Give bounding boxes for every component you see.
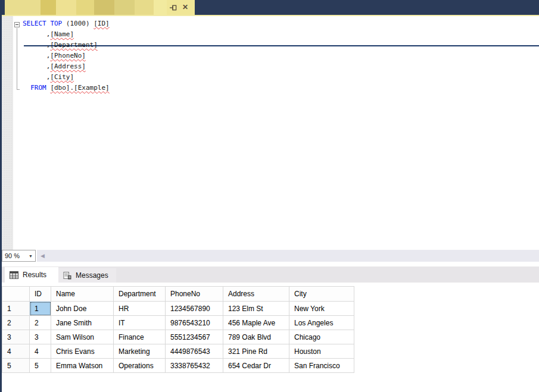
editor-horizontal-scrollbar[interactable]: ◀ xyxy=(37,250,539,262)
grid-cell[interactable]: Marketing xyxy=(114,344,166,359)
grid-col-header[interactable]: Name xyxy=(51,287,114,302)
redaction-block xyxy=(56,0,76,15)
redaction-block xyxy=(5,0,40,15)
grid-cell[interactable]: 654 Cedar Dr xyxy=(223,359,289,373)
sql-line: ,[Name] xyxy=(23,29,110,40)
grid-row: 22Jane SmithIT9876543210456 Maple AveLos… xyxy=(2,316,354,330)
grid-cell[interactable]: 2 xyxy=(30,316,51,330)
selected-grid-cell[interactable]: 1 xyxy=(30,302,51,316)
redaction-block xyxy=(40,0,56,15)
grid-cell[interactable]: John Doe xyxy=(51,302,114,316)
grid-cell[interactable]: Houston xyxy=(289,344,354,359)
grid-col-header[interactable]: Address xyxy=(223,287,289,302)
collapse-region-toggle[interactable] xyxy=(14,22,20,27)
collapse-region-line xyxy=(17,28,17,89)
grid-cell[interactable]: Finance xyxy=(114,330,166,344)
grid-header-row: IDNameDepartmentPhoneNoAddressCity xyxy=(2,287,354,302)
sql-code[interactable]: SELECT TOP (1000) [ID] ,[Name] ,[Departm… xyxy=(23,18,110,93)
zoom-level-select[interactable]: 90 % ▼ xyxy=(2,250,36,262)
grid-cell[interactable]: 3 xyxy=(30,330,51,344)
pin-icon[interactable] xyxy=(169,4,177,12)
grid-cell[interactable]: Los Angeles xyxy=(289,316,354,330)
window-left-border xyxy=(0,0,2,392)
sql-line: ,[Department] xyxy=(23,40,110,51)
close-icon[interactable]: ✕ xyxy=(182,0,188,15)
redaction-block xyxy=(114,0,135,15)
grid-row-header[interactable]: 3 xyxy=(2,330,30,344)
grid-cell[interactable]: 789 Oak Blvd xyxy=(223,330,289,344)
document-tab[interactable]: ✕ xyxy=(5,0,195,15)
sql-line: ,[Address] xyxy=(23,61,110,72)
grid-cell[interactable]: 321 Pine Rd xyxy=(223,344,289,359)
grid-cell[interactable]: 4449876543 xyxy=(166,344,223,359)
sql-line: SELECT TOP (1000) [ID] xyxy=(23,18,110,29)
zoom-level-value: 90 % xyxy=(5,252,20,259)
grid-cell[interactable]: San Francisco xyxy=(289,359,354,373)
tab-messages[interactable]: Messages xyxy=(58,268,116,283)
grid-col-header[interactable]: Department xyxy=(114,287,166,302)
grid-cell[interactable]: Jane Smith xyxy=(51,316,114,330)
grid-row: 55Emma WatsonOperations3338765432654 Ced… xyxy=(2,359,354,373)
grid-cell[interactable]: Chicago xyxy=(289,330,354,344)
sql-line: FROM [dbo].[Example] xyxy=(23,83,110,93)
grid-cell[interactable]: 4 xyxy=(30,344,51,359)
grid-cell[interactable]: 123 Elm St xyxy=(223,302,289,316)
grid-cell[interactable]: New York xyxy=(289,302,354,316)
messages-icon xyxy=(63,272,71,280)
sql-line: ,[City] xyxy=(23,72,110,83)
redaction-block xyxy=(154,0,167,15)
active-tab-underline xyxy=(0,15,539,16)
collapse-region-line-foot xyxy=(17,89,20,90)
scroll-left-icon[interactable]: ◀ xyxy=(40,250,45,262)
results-grid: IDNameDepartmentPhoneNoAddressCity 11Joh… xyxy=(2,286,354,373)
grid-cell[interactable]: 1234567890 xyxy=(166,302,223,316)
redaction-block xyxy=(76,0,94,15)
grid-cell[interactable]: Chris Evans xyxy=(51,344,114,359)
grid-cell[interactable]: Sam Wilson xyxy=(51,330,114,344)
ssms-window: ✕ SELECT TOP (1000) [ID] ,[Name] ,[Depar… xyxy=(0,0,539,392)
caret-down-icon: ▼ xyxy=(29,254,33,259)
tab-messages-label: Messages xyxy=(76,271,108,280)
editor-indicator-margin xyxy=(2,16,13,250)
grid-row: 44Chris EvansMarketing4449876543321 Pine… xyxy=(2,344,354,359)
grid-cell[interactable]: 456 Maple Ave xyxy=(223,316,289,330)
sql-line: ,[PhoneNo] xyxy=(23,51,110,61)
grid-cell[interactable]: Operations xyxy=(114,359,166,373)
grid-corner-cell[interactable] xyxy=(2,287,30,302)
grid-cell[interactable]: 3338765432 xyxy=(166,359,223,373)
tab-title-redacted xyxy=(5,0,167,15)
grid-cell[interactable]: Emma Watson xyxy=(51,359,114,373)
grid-row-header[interactable]: 4 xyxy=(2,344,30,359)
redaction-block xyxy=(135,0,154,15)
grid-cell[interactable]: 5551234567 xyxy=(166,330,223,344)
grid-row: 33Sam WilsonFinance5551234567789 Oak Blv… xyxy=(2,330,354,344)
tab-results-label: Results xyxy=(23,271,46,279)
grid-cell[interactable]: IT xyxy=(114,316,166,330)
redaction-block xyxy=(94,0,114,15)
grid-cell[interactable]: 5 xyxy=(30,359,51,373)
results-grid-icon xyxy=(10,271,18,279)
tab-results[interactable]: Results xyxy=(5,267,58,283)
grid-row-header[interactable]: 1 xyxy=(2,302,30,316)
grid-row: 11John DoeHR1234567890123 Elm StNew York xyxy=(2,302,354,316)
grid-cell[interactable]: HR xyxy=(114,302,166,316)
grid-row-header[interactable]: 2 xyxy=(2,316,30,330)
grid-col-header[interactable]: City xyxy=(289,287,354,302)
grid-col-header[interactable]: PhoneNo xyxy=(166,287,223,302)
grid-cell[interactable]: 9876543210 xyxy=(166,316,223,330)
grid-row-header[interactable]: 5 xyxy=(2,359,30,373)
grid-col-header[interactable]: ID xyxy=(30,287,51,302)
